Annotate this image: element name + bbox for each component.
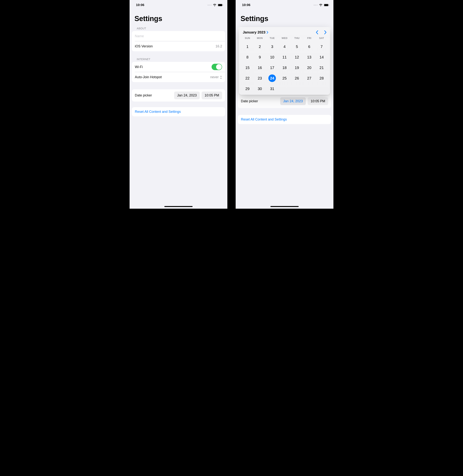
time-chip[interactable]: 10:05 PM	[202, 92, 222, 99]
status-time: 10:06	[242, 3, 250, 7]
calendar-day[interactable]: 2	[254, 43, 266, 51]
calendar-day[interactable]: 3	[266, 43, 278, 51]
wifi-label: Wi-Fi	[135, 65, 143, 69]
cellular-dots-icon	[314, 5, 318, 5]
calendar-day[interactable]: 26	[291, 74, 303, 82]
calendar-dow: THU	[291, 37, 303, 40]
calendar-day[interactable]: 16	[254, 63, 266, 72]
chevron-right-icon	[324, 30, 327, 35]
about-card: iOS Version 16.2	[132, 31, 225, 51]
wifi-icon	[213, 4, 216, 6]
internet-card: Wi-Fi Auto-Join Hotspot never	[132, 62, 225, 82]
battery-icon	[324, 4, 329, 6]
calendar-day[interactable]: 21	[315, 63, 328, 72]
calendar-day[interactable]: 28	[315, 74, 328, 82]
calendar-grid: SUNMONTUEWEDTHUFRISAT1234567891011121314…	[241, 37, 328, 93]
chevron-right-icon	[267, 31, 268, 34]
section-header-about: ABOUT	[137, 27, 225, 30]
calendar-popover: January 2023	[239, 27, 330, 95]
calendar-day[interactable]: 4	[278, 43, 291, 51]
date-chip[interactable]: Jan 24, 2023	[174, 92, 200, 99]
calendar-next-button[interactable]	[324, 30, 327, 35]
status-bar: 10:06	[236, 0, 333, 9]
status-time: 10:06	[136, 3, 144, 7]
ios-version-value: 16.2	[215, 44, 222, 48]
status-bar: 10:06	[130, 0, 227, 9]
cellular-dots-icon	[208, 5, 212, 5]
date-picker-row: Date picker Jan 24, 2023 10:05 PM	[132, 89, 225, 102]
name-field[interactable]	[135, 34, 222, 38]
calendar-day[interactable]: 11	[278, 53, 291, 61]
calendar-day[interactable]: 1	[241, 43, 254, 51]
calendar-day[interactable]: 13	[303, 53, 316, 61]
chevron-up-down-icon	[220, 76, 222, 79]
calendar-day[interactable]: 12	[291, 53, 303, 61]
battery-icon	[218, 4, 223, 6]
right-screenshot: 10:06 Settings January 202	[236, 0, 333, 209]
date-chip[interactable]: Jan 24, 2023	[280, 97, 306, 105]
section-header-internet: INTERNET	[137, 58, 225, 61]
page-title: Settings	[240, 15, 329, 23]
svg-rect-2	[223, 5, 223, 6]
date-picker-block: January 2023	[238, 27, 331, 108]
calendar-dow: SAT	[315, 37, 328, 40]
calendar-day[interactable]: 14	[315, 53, 328, 61]
page-title: Settings	[134, 15, 223, 23]
time-chip[interactable]: 10:05 PM	[308, 97, 328, 105]
calendar-day[interactable]: 6	[303, 43, 316, 51]
date-picker-label: Date picker	[135, 93, 152, 97]
reset-button[interactable]: Reset All Content and Settings	[132, 107, 225, 116]
calendar-day[interactable]: 29	[241, 85, 254, 93]
calendar-day[interactable]: 10	[266, 53, 278, 61]
left-screenshot: 10:06 Settings ABOUT	[130, 0, 227, 209]
reset-button[interactable]: Reset All Content and Settings	[238, 115, 331, 124]
calendar-day[interactable]: 27	[303, 74, 316, 82]
ios-version-label: iOS Version	[135, 44, 153, 48]
calendar-day[interactable]: 19	[291, 63, 303, 72]
hotspot-label: Auto-Join Hotspot	[135, 75, 162, 79]
calendar-dow: TUE	[266, 37, 278, 40]
calendar-day[interactable]: 15	[241, 63, 254, 72]
hotspot-value: never	[210, 75, 219, 79]
calendar-day[interactable]: 30	[254, 85, 266, 93]
calendar-day[interactable]: 31	[266, 85, 278, 93]
calendar-day[interactable]: 25	[278, 74, 291, 82]
calendar-day[interactable]: 18	[278, 63, 291, 72]
calendar-dow: WED	[278, 37, 291, 40]
calendar-month-button[interactable]: January 2023	[243, 30, 268, 35]
calendar-day[interactable]: 9	[254, 53, 266, 61]
chevron-left-icon	[316, 30, 318, 35]
calendar-prev-button[interactable]	[316, 30, 318, 35]
home-indicator[interactable]	[270, 206, 299, 207]
wifi-toggle[interactable]	[212, 64, 222, 70]
date-picker-label: Date picker	[241, 99, 258, 103]
calendar-day[interactable]: 17	[266, 63, 278, 72]
calendar-day[interactable]: 5	[291, 43, 303, 51]
calendar-dow: FRI	[303, 37, 316, 40]
calendar-day[interactable]: 7	[315, 43, 328, 51]
svg-rect-1	[218, 4, 222, 6]
wifi-icon	[319, 4, 322, 6]
calendar-day[interactable]: 8	[241, 53, 254, 61]
calendar-dow: MON	[254, 37, 266, 40]
calendar-day[interactable]: 24	[266, 74, 278, 82]
calendar-day[interactable]: 23	[254, 74, 266, 82]
calendar-day[interactable]: 22	[241, 74, 254, 82]
home-indicator[interactable]	[164, 206, 193, 207]
calendar-day[interactable]: 20	[303, 63, 316, 72]
calendar-dow: SUN	[241, 37, 254, 40]
svg-rect-4	[324, 4, 328, 6]
hotspot-picker[interactable]: never	[210, 75, 222, 79]
svg-rect-5	[329, 5, 329, 6]
